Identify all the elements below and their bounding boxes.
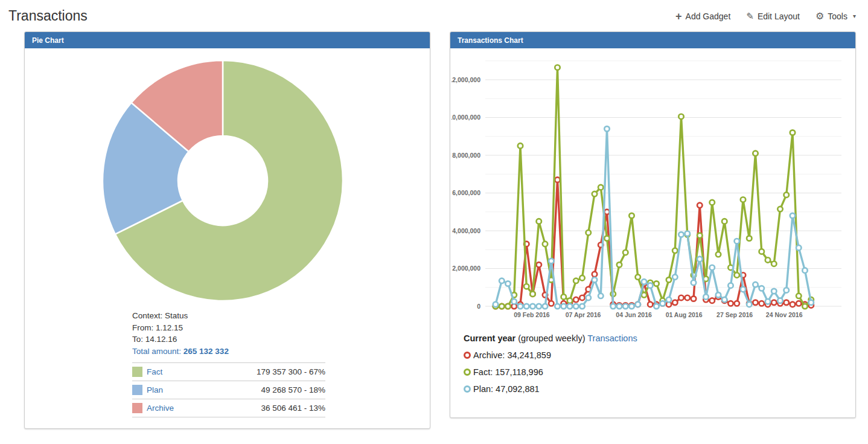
series-legend-row: Plan: 47,092,881 [464,384,855,394]
data-point-archive [728,301,733,306]
pie-gadget-header[interactable]: Pie Chart [25,32,430,48]
data-point-plan [567,304,572,309]
pie-legend-label-link[interactable]: Plan [147,385,163,394]
chart-legend-title-line: Current year (grouped weekly) Transactio… [464,333,855,343]
data-point-fact [722,219,727,224]
data-point-fact [771,261,776,266]
pie-legend-label-link[interactable]: Archive [147,404,174,413]
page-title: Transactions [8,8,88,24]
data-point-archive [784,300,789,305]
transactions-link[interactable]: Transactions [587,333,637,343]
y-axis-tick-label: 2,000,000 [452,265,480,272]
data-point-fact [505,304,510,309]
data-point-fact [567,298,572,303]
series-legend: Archive: 34,241,859Fact: 157,118,996Plan… [464,350,855,394]
data-point-plan [654,304,659,309]
caret-down-icon: ▾ [853,13,856,19]
data-point-archive [790,302,795,307]
data-point-plan [573,304,578,309]
edit-layout-button[interactable]: ✎ Edit Layout [746,11,800,22]
data-point-fact [617,262,622,267]
data-point-plan [685,231,690,236]
data-point-plan [741,287,745,292]
data-point-fact [765,257,770,262]
data-point-plan [586,295,591,300]
data-point-fact [735,272,739,277]
pie-chart-gadget: Pie Chart Context: Status From: 1.12.15 … [24,31,430,429]
data-point-fact [654,281,659,286]
data-point-fact [573,278,578,283]
data-point-plan [592,277,597,282]
data-point-plan [796,245,801,250]
legend-swatch [132,367,142,377]
data-point-plan [505,281,510,286]
x-axis-tick-label: 24 Nov 2016 [766,311,803,318]
gear-icon: ⚙ [815,10,824,22]
data-point-plan [530,304,535,309]
data-point-plan [753,282,758,287]
data-point-plan [777,298,782,303]
chart-gadget-body: 02,000,0004,000,0006,000,0008,000,00010,… [450,48,855,405]
add-gadget-button[interactable]: + Add Gadget [675,11,730,22]
data-point-fact [543,242,547,246]
data-point-archive [710,298,715,303]
series-legend-text: Fact: 157,118,996 [473,367,543,377]
pie-to-line: To: 14.12.16 [132,333,430,346]
x-axis-tick-label: 27 Sep 2016 [716,311,753,318]
data-point-fact [802,304,807,309]
data-point-plan [561,304,566,309]
data-point-plan [722,297,727,302]
pie-total-line: Total amount: 265 132 332 [132,346,430,358]
data-point-fact [710,200,715,205]
pie-legend-row: Fact179 357 300 - 67% [132,362,325,381]
data-point-fact [777,207,782,211]
data-point-archive [579,295,584,300]
y-axis-tick-label: 12,000,000 [452,76,480,83]
transactions-chart-gadget: Transactions Chart 02,000,0004,000,0006,… [450,31,856,418]
data-point-fact [629,213,634,218]
chart-legend-note: (grouped weekly) [518,333,585,343]
series-line-fact [496,68,811,306]
series-ring-icon [464,352,471,359]
series-legend-row: Fact: 157,118,996 [464,367,855,377]
data-point-plan [660,301,665,306]
series-ring-icon [464,385,471,393]
data-point-fact [537,219,541,224]
data-point-fact [642,292,646,297]
edit-layout-label: Edit Layout [758,11,800,21]
data-point-plan [678,232,683,237]
data-point-fact [592,191,597,196]
data-point-archive [685,295,690,300]
series-legend-text: Archive: 34,241,859 [473,350,551,360]
data-point-archive [573,297,578,302]
pie-legend-label-link[interactable]: Fact [147,367,162,376]
data-point-archive [592,272,597,277]
data-point-fact [499,304,504,309]
data-point-fact [747,236,752,240]
pie-total-label: Total amount: [132,347,181,356]
legend-swatch [132,403,142,413]
chart-gadget-header[interactable]: Transactions Chart [450,32,855,48]
data-point-fact [586,230,591,235]
chart-legend-title: Current year [464,333,515,343]
data-point-plan [604,126,609,131]
pie-legend-value: 36 506 461 - 13% [261,404,325,413]
data-point-plan [666,297,671,302]
data-point-archive [555,177,560,182]
x-axis-tick-label: 01 Aug 2016 [666,311,703,318]
data-point-fact [530,291,535,296]
pie-context-line: Context: Status [132,310,430,322]
data-point-plan [617,304,622,309]
tools-menu-button[interactable]: ⚙ Tools ▾ [815,10,856,22]
y-axis-tick-label: 8,000,000 [452,152,480,159]
y-axis-tick-label: 10,000,000 [452,114,480,121]
data-point-plan [728,283,733,288]
data-point-archive [796,301,801,306]
data-point-plan [747,302,752,307]
pie-total-value: 265 132 332 [183,347,229,356]
x-axis-tick-label: 04 Jun 2016 [616,311,652,318]
data-point-fact [666,277,671,282]
data-point-archive [735,301,739,306]
pie-legend-value: 49 268 570 - 18% [261,385,325,394]
data-point-plan [598,294,603,298]
